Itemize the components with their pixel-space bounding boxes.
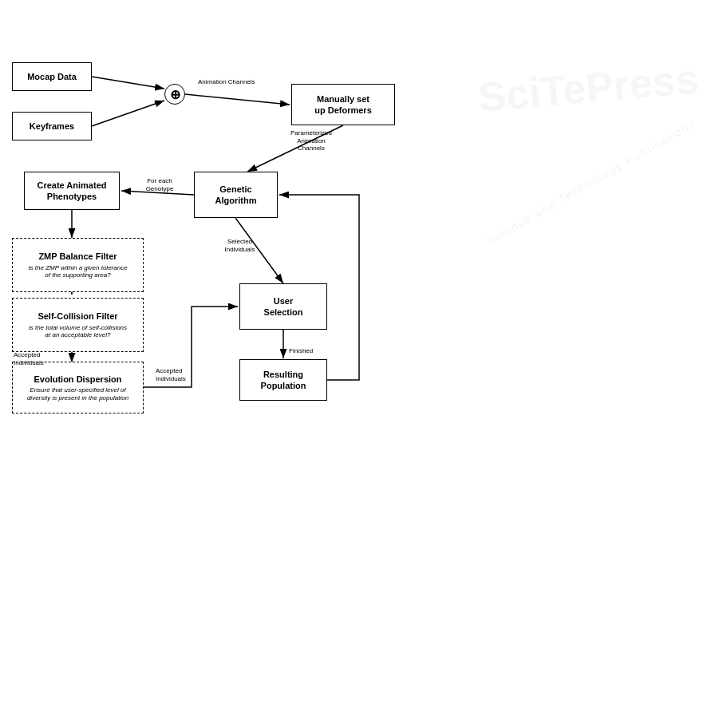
userselection-label: UserSelection [264,295,303,318]
selfcollision-box: Self-Collision Filter is the total volum… [12,298,144,352]
deformers-box: Manually setup Deformers [291,84,395,125]
label-selected-individuals: SelectedIndividuals [210,238,270,255]
label-accepted-left: AcceptedIndividuals [14,351,77,368]
userselection-box: UserSelection [239,283,327,330]
selfcollision-subtitle: is the total volume of self-collisionsat… [26,324,129,339]
resulting-box: ResultingPopulation [239,359,327,401]
svg-line-1 [92,77,164,89]
genetic-label: GeneticAlgorithm [215,184,257,207]
svg-line-3 [185,94,290,105]
evolution-subtitle: Ensure that user-specified level ofdiver… [25,386,131,402]
label-finished: Finished [289,347,313,354]
mocap-label: Mocap Data [27,71,77,82]
deformers-label: Manually setup Deformers [314,93,372,117]
zmp-box: ZMP Balance Filter Is the ZMP within a g… [12,238,144,292]
svg-line-2 [92,101,164,126]
resulting-label: ResultingPopulation [261,369,306,392]
label-for-each-genotype: For eachGenotype [132,177,188,194]
evolution-box: Evolution Dispersion Ensure that user-sp… [12,362,144,413]
plus-icon: ⊕ [170,87,180,102]
label-parameterized: ParameterizedAnimationChannels [279,129,343,152]
zmp-subtitle: Is the ZMP within a given toleranceof th… [26,264,129,279]
genetic-box: GeneticAlgorithm [194,172,278,218]
label-animation-channels: Animation Channels [198,78,255,85]
phenotypes-box: Create AnimatedPhenotypes [24,172,120,210]
label-accepted-right: AcceptedIndividuals [156,367,215,384]
phenotypes-label: Create AnimatedPhenotypes [37,180,106,203]
mocap-box: Mocap Data [12,62,92,91]
zmp-label: ZMP Balance Filter [38,251,117,262]
evolution-label: Evolution Dispersion [34,374,121,385]
watermark-logo: SciTePress [476,55,701,121]
selfcollision-label: Self-Collision Filter [38,311,117,322]
merge-circle: ⊕ [164,84,185,105]
diagram-container: SciTePress Science and Technology Public… [0,0,727,728]
keyframes-box: Keyframes [12,112,92,140]
watermark-sub: Science and Technology Publications [484,117,698,247]
keyframes-label: Keyframes [30,121,74,132]
